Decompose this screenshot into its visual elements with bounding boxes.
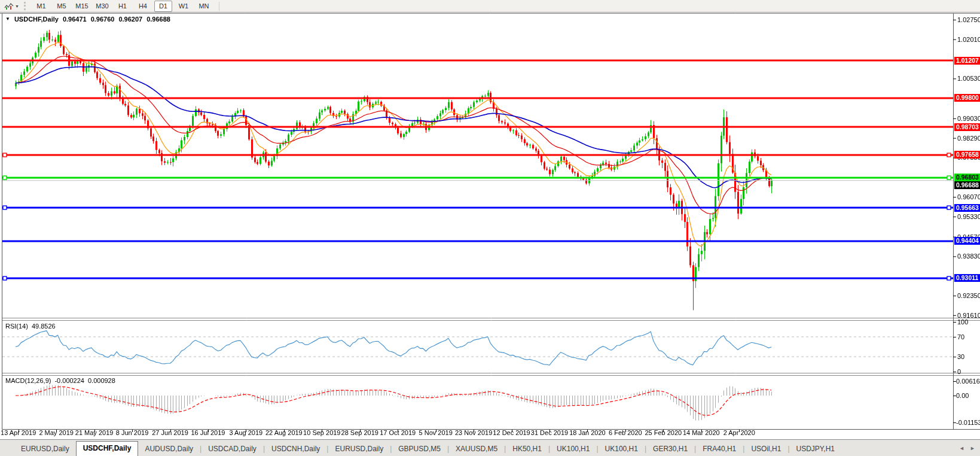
time-axis-date: 28 Sep 2019 (341, 429, 378, 436)
rsi-axis-tick: 100 (957, 318, 968, 326)
price-line-badge: 1.01207 (954, 57, 980, 65)
period-button-w1[interactable]: W1 (175, 1, 193, 12)
symbol-tab-hk50-h1[interactable]: HK50,H1 (506, 443, 548, 455)
period-button-m15[interactable]: M15 (73, 1, 91, 12)
time-axis-date: 6 Feb 2020 (609, 429, 642, 436)
time-axis-date: 13 Apr 2019 (1, 429, 36, 436)
rsi-indicator-label: RSI(14) 49.8526 (5, 323, 56, 330)
symbol-tab-gbpusd-m5[interactable]: GBPUSD,M5 (392, 443, 447, 455)
price-line-badge: 0.93011 (954, 274, 980, 282)
time-axis-date: 25 Feb 2020 (645, 429, 682, 436)
tab-scroll-right-button[interactable]: ► (970, 445, 975, 451)
mt4-terminal: { "toolbar": { "periods": ["M1","M5","M1… (0, 0, 980, 456)
period-button-m30[interactable]: M30 (93, 1, 111, 12)
macd-main-value: -0.000224 (54, 377, 84, 384)
ohlc-low: 0.96207 (118, 16, 142, 23)
time-axis-date: 23 Nov 2019 (455, 429, 492, 436)
tab-list: EURUSD,DailyUSDCHF,DailyAUDUSD,Daily|USD… (14, 441, 841, 456)
rsi-value: 49.8526 (32, 323, 56, 330)
time-axis-date: 10 Sep 2019 (303, 429, 340, 436)
time-axis-date: 21 May 2019 (75, 429, 114, 436)
candlestick-chart-icon (4, 2, 14, 10)
time-axis-date: 12 Dec 2019 (493, 429, 530, 436)
time-axis-date: 17 Oct 2019 (380, 429, 416, 436)
price-axis-tick: 0.91610 (957, 312, 980, 319)
period-button-mn[interactable]: MN (195, 1, 213, 12)
symbol-tab-usdchf-daily[interactable]: USDCHF,Daily (76, 441, 139, 456)
time-axis-date: 3 Aug 2019 (230, 429, 263, 436)
macd-indicator-label: MACD(12,26,9) -0.000224 0.000928 (5, 377, 115, 384)
chart-symbol-label: USDCHF,Daily (14, 16, 59, 23)
time-axis-date: 2 Apr 2020 (723, 429, 755, 436)
period-button-m1[interactable]: M1 (32, 1, 50, 12)
collapse-arrow-icon[interactable]: ▼ (5, 16, 10, 23)
macd-signal-value: 0.000928 (88, 377, 115, 384)
symbol-tab-eurusd-daily[interactable]: EURUSD,Daily (328, 443, 390, 455)
macd-name: MACD(12,26,9) (5, 377, 51, 384)
symbol-tab-xauusd-m5[interactable]: XAUUSD,M5 (449, 443, 504, 455)
price-axis-tick: 0.99030 (957, 115, 980, 122)
period-button-d1[interactable]: D1 (154, 1, 172, 12)
dropdown-caret-icon: ▼ (15, 4, 19, 8)
macd-axis-tick: -0.011531 (956, 419, 980, 426)
time-axis-date: 14 Mar 2020 (683, 429, 720, 436)
macd-axis-tick: 0.006167 (956, 378, 980, 385)
price-axis-tick: 0.95330 (957, 213, 980, 220)
chart-header: ▼ USDCHF,Daily 0.96471 0.96760 0.96207 0… (5, 16, 170, 23)
rsi-name: RSI(14) (5, 323, 28, 330)
time-axis-date: 2 May 2019 (39, 429, 73, 436)
symbol-tab-audusd-daily[interactable]: AUDUSD,Daily (138, 443, 200, 455)
macd-axis-tick: 0.00 (956, 392, 969, 399)
price-line-badge: 0.97658 (954, 151, 980, 159)
ohlc-close: 0.96688 (146, 16, 170, 23)
price-axis-tick: 1.00530 (957, 75, 980, 82)
price-axis-tick: 0.98290 (957, 135, 980, 142)
price-line-badge: 0.96688 (954, 181, 980, 189)
symbol-tab-usdcnh-daily[interactable]: USDCNH,Daily (265, 443, 326, 455)
price-axis-tick: 1.02750 (957, 16, 980, 23)
symbol-tabbar: EURUSD,DailyUSDCHF,DailyAUDUSD,Daily|USD… (0, 439, 980, 456)
symbol-tab-usoil-h1[interactable]: USOil,H1 (744, 443, 787, 455)
time-axis-date: 16 Jul 2019 (191, 429, 225, 436)
chart-tool-button[interactable]: ▼ (2, 1, 22, 11)
period-button-m5[interactable]: M5 (53, 1, 71, 12)
ohlc-high: 0.96760 (91, 16, 115, 23)
price-axis-tick: 1.02010 (957, 36, 980, 43)
symbol-tab-eurusd-daily[interactable]: EURUSD,Daily (14, 443, 76, 455)
chart-canvas[interactable] (0, 13, 980, 439)
time-axis-date: 18 Jan 2020 (569, 429, 606, 436)
period-button-group: M1M5M15M30H1H4D1W1MN (31, 1, 214, 12)
price-line-badge: 0.98703 (954, 123, 980, 131)
symbol-tab-fra40-h1[interactable]: FRA40,H1 (696, 443, 743, 455)
time-axis-date: 5 Nov 2019 (419, 429, 453, 436)
price-axis-tick: 0.96070 (957, 193, 980, 200)
symbol-tab-usdjpy-h1[interactable]: USDJPY,H1 (790, 443, 841, 455)
symbol-tab-ger30-h1[interactable]: GER30,H1 (646, 443, 694, 455)
price-line-badge: 0.96803 (954, 174, 980, 181)
toolbar-separator (219, 2, 219, 11)
price-axis-tick: 0.93830 (957, 253, 980, 260)
price-axis-tick: 0.92350 (957, 292, 980, 299)
time-axis-date: 27 Jun 2019 (152, 429, 188, 436)
price-line-badge: 0.99800 (954, 94, 980, 102)
symbol-tab-uk100-h1[interactable]: UK100,H1 (599, 443, 645, 455)
time-axis-date: 22 Aug 2019 (265, 429, 303, 436)
period-button-h1[interactable]: H1 (114, 1, 132, 12)
timeframe-toolbar: ▼ M1M5M15M30H1H4D1W1MN (0, 0, 980, 13)
ohlc-open: 0.96471 (63, 16, 87, 23)
rsi-axis-tick: 0 (957, 368, 961, 375)
time-axis-date: 8 Jun 2019 (116, 429, 148, 436)
price-line-badge: 0.95663 (954, 204, 980, 212)
period-button-h4[interactable]: H4 (134, 1, 152, 12)
rsi-axis-tick: 30 (957, 353, 964, 360)
symbol-tab-usdcad-daily[interactable]: USDCAD,Daily (202, 443, 263, 455)
rsi-axis-tick: 70 (957, 333, 964, 341)
symbol-tab-uk100-h1[interactable]: UK100,H1 (550, 443, 596, 455)
price-line-badge: 0.94404 (954, 237, 980, 245)
tab-scroll-left-button[interactable]: ◄ (959, 445, 964, 451)
time-axis-date: 31 Dec 2019 (531, 429, 568, 436)
toolbar-grip[interactable] (24, 2, 28, 10)
